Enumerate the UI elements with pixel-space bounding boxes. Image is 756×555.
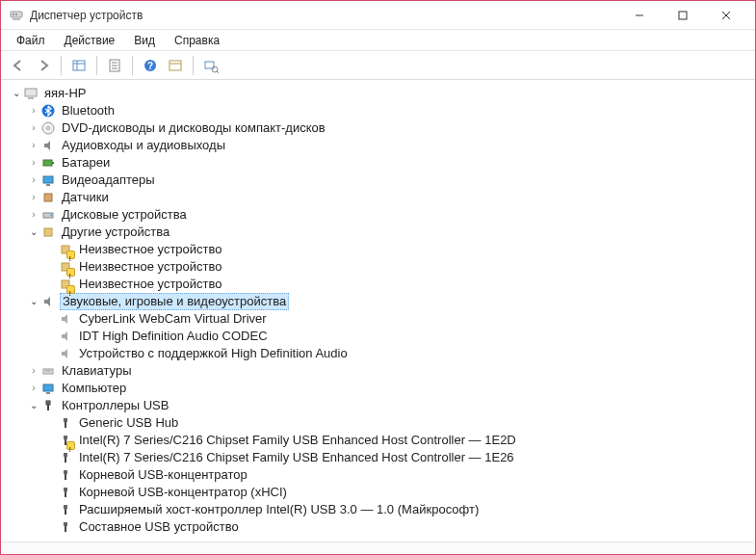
tree-category-dvd[interactable]: › DVD-дисководы и дисководы компакт-диск… [6, 119, 754, 137]
svg-rect-5 [679, 12, 687, 19]
chevron-right-icon[interactable]: › [27, 104, 40, 118]
tree-item-unknown-device[interactable]: Неизвестное устройство [6, 241, 754, 258]
chevron-down-icon[interactable]: ⌄ [27, 295, 40, 308]
show-hidden-button[interactable] [67, 54, 91, 77]
keyboard-icon [40, 363, 56, 379]
tree-node-label: Неизвестное устройство [77, 276, 224, 293]
tree-item-usb-device[interactable]: Intel(R) 7 Series/C216 Chipset Family US… [6, 449, 754, 466]
chevron-down-icon[interactable]: ⌄ [27, 399, 40, 412]
tree-node-label: Расширяемый хост-контроллер Intel(R) USB… [77, 501, 481, 518]
tree-category-sensors[interactable]: › Датчики [6, 189, 754, 206]
tree-node-label: Датчики [60, 189, 111, 206]
toolbar-separator [96, 56, 97, 75]
sound-device-icon [58, 311, 73, 327]
tree-category-computer[interactable]: › Компьютер [6, 380, 754, 397]
scan-button[interactable] [164, 54, 187, 77]
svg-rect-27 [43, 160, 52, 166]
svg-rect-29 [43, 176, 53, 183]
tree-category-batteries[interactable]: › Батареи [6, 154, 754, 172]
tree-item-usb-device[interactable]: Расширяемый хост-контроллер Intel(R) USB… [6, 501, 754, 518]
help-button[interactable]: ? [139, 54, 162, 77]
usb-device-icon [58, 519, 73, 535]
tree-node-label: Контроллеры USB [60, 397, 170, 414]
chevron-right-icon[interactable]: › [27, 173, 40, 187]
chevron-right-icon[interactable]: › [27, 121, 40, 135]
svg-rect-46 [64, 436, 67, 439]
tree-category-audio-io[interactable]: › Аудиовходы и аудиовыходы [6, 137, 754, 154]
properties-button[interactable] [103, 54, 126, 77]
battery-icon [40, 155, 56, 171]
tree-item-sound-device[interactable]: CyberLink WebCam Virtual Driver [6, 310, 754, 328]
svg-rect-1 [13, 18, 20, 20]
menu-action[interactable]: Действие [57, 32, 123, 49]
svg-line-21 [217, 71, 219, 73]
svg-rect-28 [52, 162, 54, 164]
title-bar: Диспетчер устройств [1, 1, 755, 30]
chevron-right-icon[interactable]: › [27, 156, 40, 170]
tree-root[interactable]: ⌄ яяя-HP [6, 85, 754, 102]
tree-item-sound-device[interactable]: Устройство с поддержкой High Definition … [6, 345, 754, 362]
maximize-button[interactable] [661, 2, 704, 29]
tree-node-label: Generic USB Hub [77, 414, 180, 432]
menu-help[interactable]: Справка [167, 32, 227, 49]
close-button[interactable] [704, 2, 747, 29]
toolbar-separator [132, 56, 133, 75]
tree-node-label: Корневой USB-концентратор (xHCI) [77, 484, 289, 501]
svg-rect-23 [28, 97, 34, 99]
tree-item-unknown-device[interactable]: Неизвестное устройство [6, 276, 754, 293]
chevron-right-icon[interactable]: › [27, 191, 40, 204]
forward-button[interactable] [32, 54, 55, 77]
tree-category-other[interactable]: ⌄ Другие устройства [6, 224, 754, 241]
tree-item-usb-device[interactable]: Составное USB устройство [6, 518, 754, 536]
disc-icon [40, 120, 56, 136]
device-tree[interactable]: ⌄ яяя-HP › Bluetooth › DVD-дисководы и д… [2, 81, 754, 541]
unknown-device-icon [58, 277, 73, 292]
svg-rect-8 [73, 61, 85, 70]
monitor-icon [40, 381, 56, 396]
chevron-right-icon[interactable]: › [27, 364, 40, 378]
tree-item-unknown-device[interactable]: Неизвестное устройство [6, 258, 754, 276]
tree-category-video-adapters[interactable]: › Видеоадаптеры [6, 172, 754, 189]
tree-item-usb-device[interactable]: Generic USB Hub [6, 414, 754, 432]
minimize-button[interactable] [617, 2, 661, 29]
svg-rect-42 [46, 401, 50, 405]
tree-category-keyboards[interactable]: › Клавиатуры [6, 362, 754, 380]
chevron-down-icon[interactable]: ⌄ [27, 225, 40, 239]
tree-category-bluetooth[interactable]: › Bluetooth [6, 102, 754, 119]
sound-icon [40, 294, 56, 309]
tree-node-label: Intel(R) 7 Series/C216 Chipset Family US… [77, 432, 518, 449]
chevron-right-icon[interactable]: › [27, 208, 40, 222]
menu-file[interactable]: Файл [9, 32, 53, 49]
svg-point-2 [13, 13, 14, 15]
tree-node-label: Bluetooth [60, 102, 117, 119]
tree-item-usb-device[interactable]: Корневой USB-концентратор [6, 466, 754, 484]
other-devices-icon [40, 225, 56, 240]
window-title: Диспетчер устройств [30, 9, 617, 22]
svg-text:?: ? [147, 61, 153, 71]
status-bar [2, 542, 754, 553]
computer-icon [23, 86, 39, 101]
sound-device-icon [58, 346, 73, 361]
tree-category-sound[interactable]: ⌄ Звуковые, игровые и видеоустройства [6, 293, 754, 310]
svg-rect-48 [64, 453, 67, 457]
tree-node-label: Видеоадаптеры [60, 172, 157, 189]
tree-node-label: CyberLink WebCam Virtual Driver [77, 310, 269, 328]
tree-item-usb-device[interactable]: Intel(R) 7 Series/C216 Chipset Family US… [6, 432, 754, 449]
tree-node-label: Другие устройства [60, 224, 171, 241]
window-controls [617, 2, 747, 29]
menu-bar: Файл Действие Вид Справка [1, 30, 755, 51]
tree-node-label: Intel(R) 7 Series/C216 Chipset Family US… [77, 449, 516, 466]
chevron-right-icon[interactable]: › [27, 382, 40, 395]
back-button[interactable] [7, 54, 30, 77]
chevron-right-icon[interactable]: › [27, 139, 40, 152]
scan-hardware-button[interactable] [199, 54, 222, 77]
tree-item-sound-device[interactable]: IDT High Definition Audio CODEC [6, 328, 754, 345]
speaker-icon [40, 138, 56, 153]
tree-category-disk-drives[interactable]: › Дисковые устройства [6, 206, 754, 224]
chevron-down-icon[interactable]: ⌄ [10, 87, 23, 100]
tree-item-usb-device[interactable]: Корневой USB-концентратор (xHCI) [6, 484, 754, 501]
menu-view[interactable]: Вид [126, 32, 163, 49]
tree-category-usb[interactable]: ⌄ Контроллеры USB [6, 397, 754, 414]
tree-node-label: Неизвестное устройство [77, 241, 224, 258]
tree-node-label: Батареи [60, 154, 112, 172]
